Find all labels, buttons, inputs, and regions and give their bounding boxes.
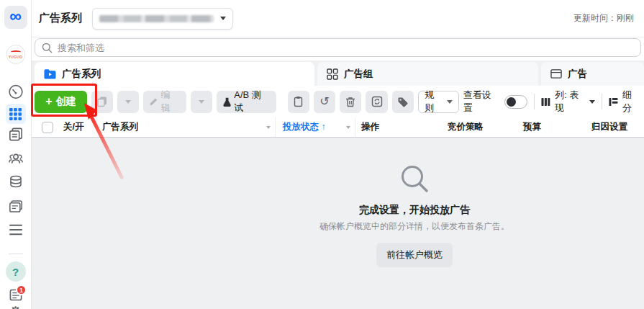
meta-infinity-icon: ∞ [9,8,21,24]
chevron-down-icon [220,17,226,20]
pencil-icon [149,97,158,107]
chevron-down-icon [266,126,271,129]
table-header: 关/开 广告系列 投放状态 ↑ 操作 竞价策略 预算 归因设置 [32,117,644,138]
edit-button-label: 编辑 [160,89,178,115]
column-header-attribution: 归因设置 [586,117,644,137]
toolbar: + 创建 编辑 [32,86,644,117]
magnifier-icon [399,164,430,194]
select-all-checkbox[interactable] [42,122,53,133]
tab-adsets-label: 广告组 [344,68,373,81]
duplicate-dropdown-button[interactable] [117,91,139,113]
main-area: 广告系列 更新时间：刚刚 [32,0,644,309]
toggle-knob [507,97,516,107]
breakdown-button[interactable]: 细分 [609,89,640,115]
avatar-arc [10,50,21,54]
column-header-campaign[interactable]: 广告系列 [102,117,275,137]
ads-frame-icon [8,199,23,214]
column-header-actions: 操作 [355,117,442,137]
tab-campaigns-label: 广告系列 [62,68,101,81]
edit-dropdown-button[interactable] [191,91,212,113]
campaign-folder-icon [44,68,56,79]
edit-button[interactable]: 编辑 [143,91,186,113]
account-name-redacted [99,15,214,22]
account-selector[interactable] [92,8,233,30]
table-body: 完成设置，开始投放广告 确保帐户概览中的部分详情，以便发布首条广告。 前往帐户概… [32,138,644,309]
search-icon [42,42,53,53]
sidebar-item-pages[interactable] [8,127,23,142]
create-button[interactable]: + 创建 [35,91,87,113]
sidebar-item-billing[interactable] [8,174,23,189]
chevron-down-icon [346,126,350,129]
tag-button[interactable] [392,91,414,113]
toolbar-divider [534,94,535,109]
tab-adsets[interactable]: 广告组 [317,62,538,86]
sidebar-item-help[interactable]: ? [6,261,26,282]
delete-button[interactable] [340,91,361,113]
level-tabs: 广告系列 广告组 广告 [32,61,644,86]
search-row [32,37,644,61]
sidebar-item-account-overview[interactable] [8,84,23,99]
columns-button[interactable]: 列: 表现 [541,89,595,115]
sidebar-item-audiences[interactable] [8,151,24,166]
sidebar-item-all-tools[interactable] [9,223,23,236]
rules-button[interactable]: 规则 [418,91,459,113]
topbar: 广告系列 更新时间：刚刚 [32,0,644,37]
empty-state-title: 完成设置，开始投放广告 [278,204,551,217]
page-title: 广告系列 [39,12,82,25]
chevron-down-icon [199,100,204,104]
account-avatar[interactable]: YUGUO [6,45,25,64]
tag-icon [397,97,408,107]
sidebar-item-settings[interactable]: ⚙ [9,303,22,309]
search-input[interactable] [58,42,634,53]
ad-frame-icon [550,68,562,79]
meta-logo[interactable]: ∞ [4,6,27,29]
gear-icon: ⚙ [9,303,22,309]
pin-clipboard-button[interactable] [288,91,309,113]
rules-label: 规则 [425,89,442,115]
toolbar-right-group: 查看设置 列: 表现 [463,89,640,115]
ab-test-label: A/B 测试 [234,89,268,115]
breakdown-icon [609,97,618,107]
pages-icon [8,127,23,142]
review-changes-button[interactable] [366,91,387,113]
sidebar-divider [9,254,23,254]
tab-ads[interactable]: 广告 [541,62,644,86]
duplicate-button[interactable] [91,91,113,113]
column-header-bid-strategy: 竞价策略 [442,117,517,137]
undo-icon: ↺ [319,96,329,107]
tab-ads-label: 广告 [568,68,587,81]
column-header-delivery-status[interactable]: 投放状态 ↑ [275,117,355,137]
gauge-icon [8,84,23,99]
trash-icon [345,97,355,107]
chevron-down-icon [125,100,131,104]
search-bar[interactable] [35,38,641,57]
sidebar: ∞ YUGUO [0,0,32,309]
flask-icon [222,97,232,107]
tab-campaigns[interactable]: 广告系列 [35,62,314,86]
create-button-label: 创建 [56,95,76,108]
campaigns-table-icon [9,108,22,120]
sidebar-item-campaigns[interactable] [6,104,26,124]
audience-people-icon [8,151,24,166]
clipboard-icon [293,96,304,107]
help-question-icon: ? [12,266,19,278]
ab-test-button[interactable]: A/B 测试 [217,91,276,113]
chevron-down-icon [589,100,595,104]
go-to-account-overview-button[interactable]: 前往帐户概览 [376,243,453,267]
column-header-budget: 预算 [517,117,586,137]
column-header-onoff: 关/开 [63,117,102,137]
sidebar-item-ads-reporting[interactable] [8,199,23,214]
view-settings-label: 查看设置 [463,89,499,115]
coins-icon [8,174,23,189]
undo-button[interactable]: ↺ [314,91,335,113]
notification-badge: 1 [16,285,27,295]
view-settings-toggle[interactable] [504,95,527,109]
select-all-cell [32,117,63,137]
plus-icon: + [45,95,52,108]
columns-label: 列: 表现 [555,89,585,115]
chevron-down-icon [447,100,453,104]
empty-state-subtitle: 确保帐户概览中的部分详情，以便发布首条广告。 [278,220,551,233]
updated-time-label: 更新时间：刚刚 [573,12,637,24]
breakdown-label: 细分 [622,89,640,115]
sync-box-icon [371,96,383,107]
